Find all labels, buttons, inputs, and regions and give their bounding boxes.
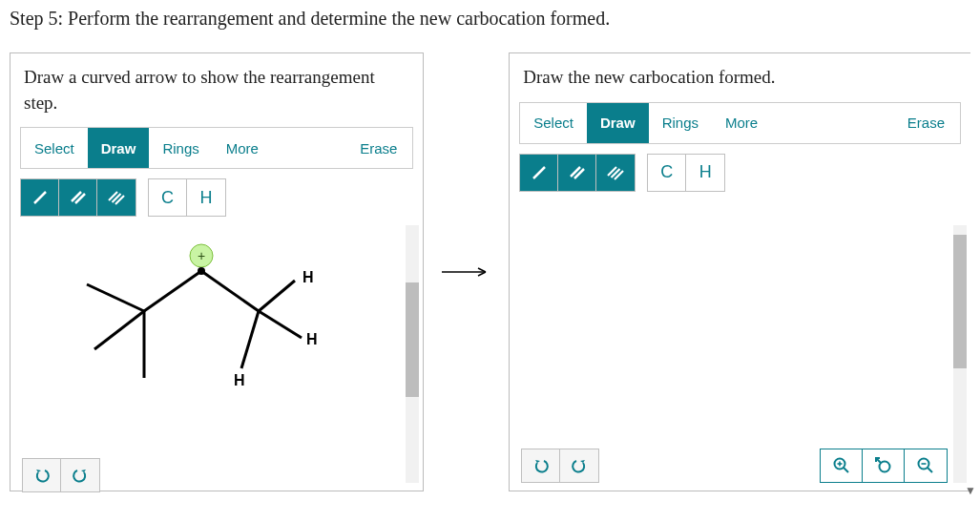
svg-line-12: [259, 311, 302, 338]
right-canvas[interactable]: [519, 216, 948, 481]
redo-icon: [571, 457, 588, 474]
single-bond-button[interactable]: [520, 155, 558, 191]
plus-label: +: [198, 248, 205, 263]
double-bond-icon: [568, 163, 587, 182]
arrow-icon: [438, 262, 495, 282]
double-bond-icon: [69, 188, 88, 207]
step-title: Step 5: Perform the rearrangement and de…: [10, 8, 970, 30]
h-label-1: H: [302, 269, 314, 285]
svg-line-0: [34, 192, 46, 203]
single-bond-icon: [530, 163, 549, 182]
right-subtoolbar: C H: [519, 154, 961, 192]
svg-line-8: [87, 284, 144, 311]
triple-bond-button[interactable]: [97, 179, 136, 216]
hydrogen-button[interactable]: H: [187, 179, 225, 216]
molecule-svg: + H H H: [20, 235, 383, 464]
redo-button[interactable]: [61, 459, 99, 491]
element-button-group: C H: [148, 178, 226, 217]
svg-line-6: [144, 271, 201, 311]
scroll-down-indicator: ▼: [965, 484, 976, 498]
more-tab[interactable]: More: [213, 128, 272, 168]
undo-button[interactable]: [522, 449, 560, 482]
zoom-reset-icon: [874, 456, 893, 475]
triple-bond-button[interactable]: [596, 155, 635, 191]
right-toolbar: Select Draw Rings More Erase: [519, 102, 961, 144]
reaction-arrow: [424, 52, 509, 491]
more-tab[interactable]: More: [712, 103, 771, 143]
single-bond-button[interactable]: [21, 179, 59, 216]
h-label-2: H: [306, 331, 318, 347]
rings-tab[interactable]: Rings: [649, 103, 712, 143]
rings-tab[interactable]: Rings: [149, 128, 212, 168]
svg-line-22: [844, 468, 848, 472]
erase-button[interactable]: Erase: [892, 103, 960, 143]
double-bond-button[interactable]: [59, 179, 97, 216]
left-prompt: Draw a curved arrow to show the rearrang…: [10, 53, 423, 123]
svg-line-28: [928, 468, 932, 472]
redo-button[interactable]: [560, 449, 598, 482]
undo-icon: [33, 467, 51, 484]
zoom-in-button[interactable]: [821, 449, 863, 482]
left-scrollbar[interactable]: [406, 225, 419, 483]
hydrogen-button[interactable]: H: [686, 155, 724, 191]
select-tab[interactable]: Select: [520, 103, 587, 143]
select-tab[interactable]: Select: [21, 128, 88, 168]
carbon-button[interactable]: C: [149, 179, 187, 216]
redo-icon: [72, 467, 89, 484]
cation-carbon-dot: [198, 267, 205, 275]
left-undo-controls: [22, 458, 100, 492]
left-subtoolbar: C H: [20, 178, 413, 217]
single-bond-icon: [31, 188, 50, 207]
double-bond-button[interactable]: [558, 155, 596, 191]
svg-line-7: [201, 271, 259, 311]
zoom-out-button[interactable]: [905, 449, 947, 482]
right-prompt: Draw the new carbocation formed.: [510, 53, 970, 98]
right-undo-controls: [521, 449, 599, 483]
left-canvas[interactable]: + H H H: [20, 235, 400, 481]
zoom-out-icon: [916, 456, 935, 475]
element-button-group: C H: [647, 154, 725, 192]
bond-button-group: [519, 154, 636, 192]
svg-line-11: [259, 281, 295, 311]
triple-bond-icon: [107, 188, 126, 207]
h-label-3: H: [234, 372, 245, 388]
draw-tab[interactable]: Draw: [88, 128, 150, 168]
zoom-controls: [820, 449, 948, 483]
molecule-bonds: [87, 271, 302, 378]
zoom-in-icon: [832, 456, 851, 475]
right-panel: Draw the new carbocation formed. Select …: [509, 52, 970, 491]
panels-row: Draw a curved arrow to show the rearrang…: [10, 52, 970, 491]
carbon-button[interactable]: C: [648, 155, 686, 191]
left-toolbar: Select Draw Rings More Erase: [20, 127, 413, 169]
right-scrollbar[interactable]: [953, 225, 967, 483]
svg-line-13: [241, 311, 259, 368]
bond-button-group: [20, 178, 136, 217]
undo-icon: [532, 457, 550, 474]
svg-line-15: [533, 167, 545, 178]
undo-button[interactable]: [23, 459, 61, 491]
left-panel: Draw a curved arrow to show the rearrang…: [10, 52, 424, 491]
zoom-reset-button[interactable]: [863, 449, 905, 482]
draw-tab[interactable]: Draw: [587, 103, 649, 143]
svg-point-25: [879, 462, 889, 472]
triple-bond-icon: [606, 163, 625, 182]
erase-button[interactable]: Erase: [344, 128, 412, 168]
svg-line-9: [94, 311, 144, 349]
